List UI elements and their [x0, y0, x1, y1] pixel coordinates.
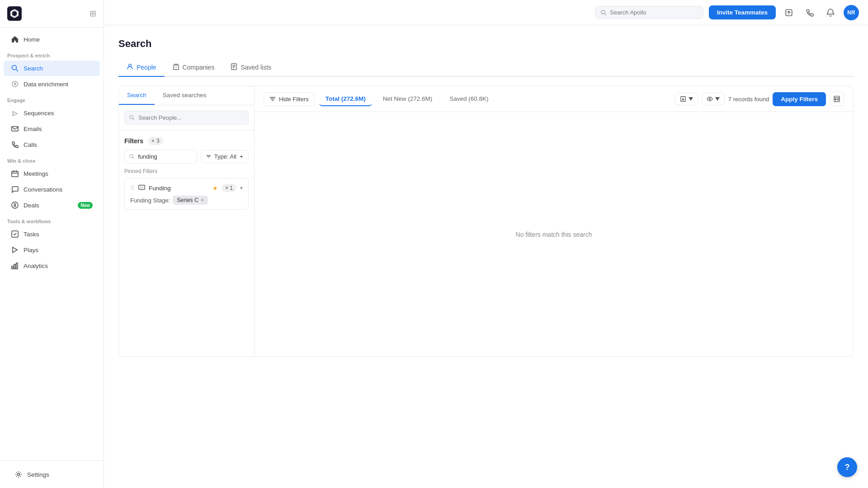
sidebar-item-settings[interactable]: Settings	[7, 467, 96, 482]
no-filters-text: No filters match this search	[516, 231, 592, 238]
filter-count-number: 3	[156, 138, 160, 144]
saved-lists-tab-icon	[231, 63, 237, 71]
sidebar-item-sequences-label: Sequences	[24, 110, 54, 117]
sidebar-item-deals-label: Deals	[24, 202, 39, 209]
tab-people[interactable]: People	[118, 59, 165, 77]
sidebar: ⊞ Home Prospect & enrich Search Data enr…	[0, 0, 104, 488]
sidebar-item-analytics[interactable]: Analytics	[4, 258, 100, 273]
type-filter-label: Type: All	[214, 153, 236, 160]
tab-saved-label: Saved (60.8K)	[449, 95, 488, 102]
filter-search-input[interactable]	[138, 153, 192, 160]
tab-net-new[interactable]: Net New (272.6M)	[377, 92, 439, 106]
help-button[interactable]: ?	[837, 457, 857, 477]
sidebar-item-home[interactable]: Home	[4, 32, 100, 47]
tab-companies[interactable]: Companies	[165, 59, 223, 77]
search-people-box[interactable]	[124, 111, 249, 125]
sidebar-item-enrichment-label: Data enrichment	[24, 81, 68, 88]
phone-icon[interactable]	[802, 5, 817, 20]
apply-filters-button[interactable]: Apply Filters	[773, 92, 826, 106]
home-icon	[11, 35, 19, 43]
search-apollo-icon	[601, 9, 607, 16]
eye-icon	[707, 96, 713, 102]
tab-people-label: People	[137, 64, 156, 71]
sidebar-toggle-icon[interactable]: ⊞	[90, 9, 96, 19]
svg-line-19	[132, 157, 134, 159]
search-apollo-input[interactable]	[610, 9, 697, 16]
tab-total[interactable]: Total (272.6M)	[319, 92, 372, 106]
deals-icon	[11, 201, 19, 209]
filter-count-badge[interactable]: × 3	[148, 137, 163, 145]
sidebar-item-plays[interactable]: Plays	[4, 242, 100, 258]
view-toggle-button[interactable]	[702, 93, 725, 105]
hide-filters-label: Hide Filters	[279, 96, 309, 103]
search-layout: Search Saved searches Filters ×	[118, 86, 854, 357]
invite-teammates-button[interactable]: Invite Teammates	[709, 5, 776, 19]
records-count: 7 records found	[728, 96, 769, 103]
enrichment-icon	[11, 80, 19, 88]
section-label-prospect: Prospect & enrich	[0, 47, 104, 60]
section-label-engage: Engage	[0, 92, 104, 105]
filter-card-header: ⠿ Funding ★ × 1 ▾	[130, 184, 243, 192]
sidebar-item-tasks-label: Tasks	[24, 231, 39, 238]
bell-icon[interactable]	[823, 5, 838, 20]
tab-saved-lists[interactable]: Saved lists	[222, 59, 279, 77]
panel-search-icon	[129, 115, 135, 121]
emails-icon	[11, 125, 19, 133]
tab-companies-label: Companies	[183, 64, 215, 71]
conversations-icon	[11, 185, 19, 193]
panel-tab-saved-searches[interactable]: Saved searches	[155, 86, 215, 105]
sidebar-logo: ⊞	[0, 0, 104, 28]
tab-total-label: Total (272.6M)	[326, 95, 366, 102]
sidebar-item-conversations-label: Conversations	[24, 186, 62, 193]
filter-expand-icon[interactable]: ▾	[240, 185, 243, 191]
svg-rect-23	[834, 96, 840, 102]
svg-point-22	[709, 98, 711, 100]
filter-clear-icon: ×	[151, 138, 155, 144]
search-people-input[interactable]	[138, 114, 244, 121]
sidebar-item-emails[interactable]: Emails	[4, 121, 100, 136]
sidebar-item-search-label: Search	[24, 65, 43, 72]
right-panel-actions: 7 records found Apply Filters	[675, 92, 844, 106]
drag-handle-icon[interactable]: ⠿	[130, 185, 135, 192]
funding-star-icon[interactable]: ★	[212, 185, 218, 192]
sidebar-item-data-enrichment[interactable]: Data enrichment	[4, 76, 100, 92]
sidebar-item-conversations[interactable]: Conversations	[4, 182, 100, 197]
dropdown-arrow-icon	[689, 97, 693, 101]
svg-rect-2	[12, 127, 18, 131]
sidebar-item-search[interactable]: Search	[4, 61, 100, 76]
tab-saved[interactable]: Saved (60.8K)	[443, 92, 495, 106]
svg-point-9	[18, 474, 20, 476]
hide-filters-button[interactable]: Hide Filters	[264, 92, 315, 106]
no-results-message: No filters match this search	[255, 112, 853, 357]
svg-point-13	[129, 64, 132, 67]
export-button[interactable]	[675, 93, 698, 105]
sidebar-item-meetings[interactable]: Meetings	[4, 166, 100, 181]
type-filter-dropdown[interactable]: Type: All	[201, 150, 249, 163]
table-layout-button[interactable]	[830, 92, 844, 106]
upload-icon[interactable]	[781, 5, 797, 20]
panel-tabs: Search Saved searches	[119, 86, 254, 105]
type-filter-icon	[206, 154, 212, 160]
chevron-down-icon	[239, 155, 244, 159]
sidebar-item-settings-label: Settings	[27, 471, 49, 478]
svg-line-11	[604, 13, 606, 15]
app-logo[interactable]	[7, 6, 22, 21]
people-tab-icon	[127, 63, 133, 71]
settings-icon	[14, 470, 23, 479]
funding-count-tag[interactable]: × 1	[222, 184, 236, 192]
filter-icon	[269, 96, 276, 102]
filter-card-body: Funding Stage: Series C ×	[130, 196, 243, 205]
panel-tab-search[interactable]: Search	[119, 86, 155, 105]
sidebar-item-meetings-label: Meetings	[24, 170, 48, 177]
sidebar-item-calls-label: Calls	[24, 141, 37, 148]
sidebar-item-calls[interactable]: Calls	[4, 137, 100, 152]
search-nav-icon	[11, 64, 19, 72]
sidebar-item-sequences[interactable]: ▷ Sequences	[4, 105, 100, 121]
filter-search-box[interactable]	[124, 150, 197, 164]
series-c-remove-icon[interactable]: ×	[201, 197, 204, 203]
global-search-box[interactable]	[595, 6, 703, 19]
sidebar-item-tasks[interactable]: Tasks	[4, 226, 100, 242]
sidebar-item-deals[interactable]: Deals New	[4, 197, 100, 213]
avatar[interactable]: NR	[844, 5, 859, 20]
meetings-icon	[11, 169, 19, 178]
